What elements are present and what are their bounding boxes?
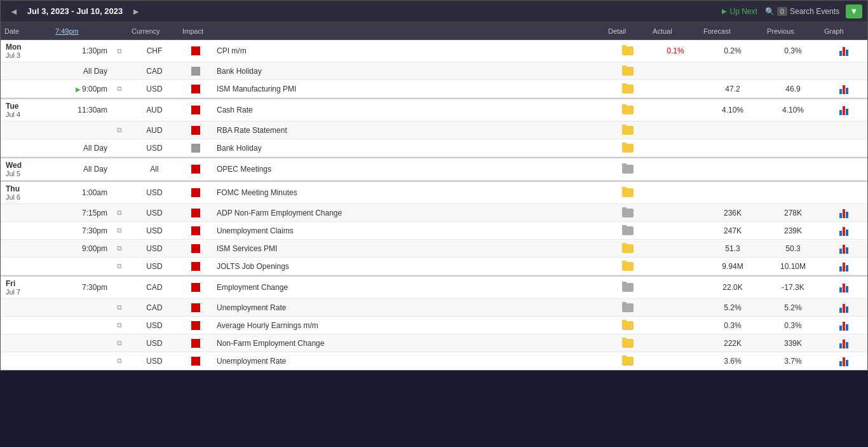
- filter-button[interactable]: ▼: [846, 4, 862, 18]
- folder-open-icon[interactable]: [622, 144, 634, 153]
- folder-open-icon[interactable]: [622, 262, 634, 271]
- folder-open-icon[interactable]: [622, 67, 634, 76]
- graph-cell[interactable]: [822, 168, 866, 170]
- table-row[interactable]: 7:30pm⧉USDUnemployment Claims247K239K: [1, 222, 867, 240]
- forecast-cell: 222K: [701, 338, 764, 349]
- previous-cell: 3.7%: [764, 355, 822, 367]
- table-row[interactable]: 9:00pm⧉USDISM Services PMI51.350.3: [1, 240, 867, 258]
- table-row[interactable]: TueJul 411:30amAUDCash Rate4.10%4.10%: [1, 99, 867, 121]
- table-row[interactable]: ⧉USDNon-Farm Employment Change222K339K: [1, 334, 867, 352]
- table-row[interactable]: ThuJul 61:00amUSDFOMC Meeting Minutes: [1, 182, 867, 204]
- previous-cell: 239K: [764, 225, 822, 237]
- detail-cell[interactable]: [606, 320, 650, 331]
- detail-cell[interactable]: [606, 65, 650, 77]
- table-row[interactable]: ⧉USDAverage Hourly Earnings m/m0.3%0.3%: [1, 317, 867, 334]
- previous-cell: 0.3%: [764, 45, 822, 57]
- detail-cell[interactable]: [606, 125, 650, 136]
- detail-cell[interactable]: [606, 207, 650, 219]
- folder-open-icon[interactable]: [622, 188, 634, 197]
- impact-red-icon: [191, 126, 200, 135]
- forecast-cell: 9.94M: [701, 261, 764, 272]
- folder-locked-icon[interactable]: [622, 303, 634, 312]
- currency-cell: USD: [129, 225, 180, 237]
- detail-cell[interactable]: [606, 261, 650, 272]
- col-time[interactable]: 7:49pm: [53, 27, 110, 35]
- graph-cell[interactable]: [822, 45, 866, 57]
- table-row[interactable]: All DayCADBank Holiday: [1, 62, 867, 80]
- detail-cell[interactable]: [606, 355, 650, 367]
- day-name: Mon: [6, 43, 22, 52]
- folder-open-icon[interactable]: [622, 357, 634, 366]
- detail-cell[interactable]: [606, 338, 650, 349]
- graph-cell[interactable]: [822, 242, 866, 255]
- event-name-cell: Bank Holiday: [212, 65, 606, 77]
- detail-cell[interactable]: [606, 282, 650, 293]
- impact-cell: [180, 225, 212, 237]
- table-row[interactable]: ⧉USDJOLTS Job Openings9.94M10.10M: [1, 258, 867, 275]
- table-row[interactable]: All DayUSDBank Holiday: [1, 139, 867, 157]
- graph-cell[interactable]: [822, 224, 866, 237]
- detail-cell[interactable]: [606, 187, 650, 198]
- graph-cell[interactable]: [822, 260, 866, 273]
- graph-cell[interactable]: [822, 191, 866, 194]
- column-headers: Date 7:49pm Currency Impact Detail Actua…: [1, 22, 867, 40]
- col-forecast: Forecast: [701, 27, 764, 35]
- folder-open-icon[interactable]: [622, 46, 634, 55]
- date-cell: [2, 324, 53, 327]
- prev-arrow[interactable]: ◄: [6, 5, 22, 18]
- next-arrow[interactable]: ►: [128, 5, 144, 18]
- detail-cell[interactable]: [606, 104, 650, 116]
- folder-open-icon[interactable]: [622, 321, 634, 330]
- day-date-label: Jul 6: [6, 193, 20, 201]
- folder-locked-icon[interactable]: [622, 209, 634, 217]
- actual-cell: [650, 109, 701, 111]
- folder-open-icon[interactable]: [622, 339, 634, 348]
- folder-open-icon[interactable]: [622, 244, 634, 253]
- detail-cell[interactable]: [606, 142, 650, 154]
- detail-cell[interactable]: [606, 45, 650, 57]
- graph-cell[interactable]: [822, 355, 866, 368]
- graph-cell[interactable]: [822, 104, 866, 116]
- folder-open-icon[interactable]: [622, 106, 634, 114]
- table-row[interactable]: ▶9:00pm⧉USDISM Manufacturing PMI47.246.9: [1, 80, 867, 98]
- time-cell: [53, 342, 110, 345]
- folder-locked-icon[interactable]: [622, 226, 634, 235]
- bar1: [839, 343, 842, 348]
- graph-cell[interactable]: [822, 70, 866, 72]
- table-row[interactable]: ⧉AUDRBA Rate Statement: [1, 121, 867, 139]
- graph-cell[interactable]: [822, 129, 866, 132]
- folder-open-icon[interactable]: [622, 85, 634, 93]
- graph-cell[interactable]: [822, 301, 866, 314]
- actual-cell: [650, 324, 701, 327]
- bar2: [843, 340, 845, 348]
- folder-open-icon[interactable]: [622, 126, 634, 135]
- detail-cell[interactable]: [606, 163, 650, 175]
- graph-cell[interactable]: [822, 319, 866, 332]
- graph-cell[interactable]: [822, 281, 866, 294]
- currency-cell: All: [129, 163, 180, 175]
- graph-cell[interactable]: [822, 337, 866, 350]
- impact-red-icon: [191, 303, 200, 312]
- table-row[interactable]: 7:15pm⧉USDADP Non-Farm Employment Change…: [1, 204, 867, 222]
- bar1: [839, 266, 842, 272]
- date-cell: WedJul 5: [2, 160, 53, 179]
- up-next-button[interactable]: ▶ Up Next: [722, 7, 757, 16]
- graph-cell[interactable]: [822, 147, 866, 149]
- table-row[interactable]: WedJul 5All DayAllOPEC Meetings: [1, 158, 867, 181]
- detail-cell[interactable]: [606, 225, 650, 237]
- graph-cell[interactable]: [822, 207, 866, 219]
- impact-cell: [180, 338, 212, 349]
- graph-cell[interactable]: [822, 83, 866, 95]
- detail-cell[interactable]: [606, 302, 650, 313]
- table-row[interactable]: MonJul 31:30pm⧉CHFCPI m/m0.1%0.2%0.3%: [1, 40, 867, 62]
- next-indicator: ▶: [76, 86, 81, 93]
- table-row[interactable]: FriJul 77:30pmCADEmployment Change22.0K-…: [1, 277, 867, 299]
- impact-red-icon: [191, 339, 200, 348]
- detail-cell[interactable]: [606, 243, 650, 254]
- table-row[interactable]: ⧉CADUnemployment Rate5.2%5.2%: [1, 299, 867, 317]
- detail-cell[interactable]: [606, 83, 650, 95]
- table-row[interactable]: ⧉USDUnemployment Rate3.6%3.7%: [1, 352, 867, 370]
- folder-locked-icon[interactable]: [622, 165, 634, 174]
- folder-locked-icon[interactable]: [622, 283, 634, 292]
- search-events-button[interactable]: 🔍 0 Search Events: [765, 7, 839, 16]
